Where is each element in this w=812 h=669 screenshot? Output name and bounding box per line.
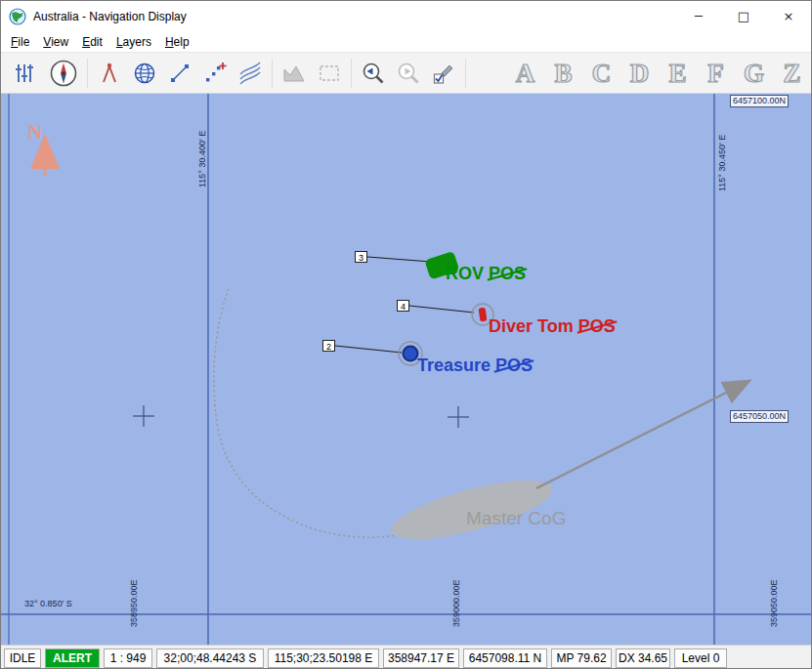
status-alert[interactable]: ALERT [45, 648, 100, 668]
treasure-label-suffix: POS [495, 355, 533, 376]
meridian-label-2: 115° 30.450' E [717, 135, 727, 191]
toolbar-separator [272, 59, 273, 88]
rov-label-name: ROV [446, 264, 484, 283]
status-easting: 358947.17 E [383, 648, 459, 668]
grid-cross [448, 406, 469, 428]
app-globe-icon [9, 8, 26, 25]
northing-label-1: 6457100.00N [730, 95, 789, 107]
northing-label-2: 6457050.00N [730, 410, 789, 423]
menu-layers[interactable]: Layers [109, 33, 158, 51]
menu-file[interactable]: File [4, 33, 36, 51]
grid-cross [133, 405, 154, 427]
measure-line-icon [167, 61, 192, 86]
toolbar-separator [351, 59, 352, 88]
north-arrow: N [27, 120, 45, 176]
view-button-z[interactable]: Z [776, 56, 808, 91]
menu-edit[interactable]: Edit [75, 33, 109, 51]
isolines-button[interactable] [233, 56, 268, 91]
dividers-icon [97, 61, 122, 86]
pencil-checkbox-icon [431, 61, 456, 86]
view-preset-buttons: A B C D E F G Z [509, 56, 812, 91]
add-waypoint-button[interactable] [197, 56, 233, 91]
selection-box-icon [317, 61, 342, 86]
track-history [214, 289, 405, 537]
diver-label-suffix: POS [578, 316, 616, 337]
view-button-g[interactable]: G [738, 56, 770, 91]
dividers-button[interactable] [92, 56, 127, 91]
display-settings-button[interactable] [5, 56, 44, 91]
selection-box-button[interactable] [312, 56, 347, 91]
parallel-lines-icon [237, 61, 263, 86]
globe-button[interactable] [127, 56, 162, 91]
easting-label-3: 359050.00E [769, 579, 779, 627]
parallel-label: 32° 0.850' S [24, 599, 72, 608]
window-controls: ─ □ × [676, 1, 811, 31]
status-level: Level 0 [674, 648, 727, 668]
view-button-a[interactable]: A [509, 56, 541, 91]
menu-help[interactable]: Help [158, 33, 196, 51]
add-points-icon [202, 61, 228, 86]
status-mp: MP 79.62 [551, 648, 612, 668]
rov-label: ROVPOS [446, 264, 526, 284]
edit-options-button[interactable] [426, 56, 461, 91]
maximize-button[interactable]: □ [721, 1, 766, 31]
leader-line [367, 257, 431, 262]
zoom-previous-button[interactable] [356, 56, 391, 91]
profile-chart-button[interactable] [277, 56, 312, 91]
status-longitude: 115;30;23.50198 E [268, 648, 379, 668]
toolbar-separator [465, 59, 466, 88]
menu-view[interactable]: View [36, 33, 75, 51]
view-button-c[interactable]: C [585, 56, 618, 91]
minimize-button[interactable]: ─ [676, 1, 721, 31]
easting-label-2: 359000.00E [451, 579, 461, 627]
leader-line [335, 346, 402, 353]
map-overlay: N [1, 94, 812, 645]
target-id-box[interactable]: 4 [397, 300, 409, 312]
zoom-next-button[interactable] [391, 56, 426, 91]
leader-line [409, 306, 474, 313]
vessel-cog-label: Master CoG [466, 508, 566, 529]
toolbar: A B C D E F G Z [1, 52, 811, 94]
app-window: Australia - Navigation Display ─ □ × Fil… [0, 0, 812, 669]
status-mode: IDLE [4, 648, 41, 668]
rov-label-suffix: POS [489, 264, 526, 284]
diver-label: Diver TomPOS [489, 316, 616, 337]
compass-button[interactable] [44, 56, 83, 91]
globe-icon [132, 61, 157, 86]
view-button-d[interactable]: D [623, 56, 656, 91]
compass-icon [49, 59, 78, 88]
toolbar-separator [87, 59, 88, 88]
treasure-label: TreasurePOS [417, 355, 533, 376]
status-bar: IDLE ALERT 1 : 949 32;00;48.44243 S 115;… [1, 645, 811, 669]
window-title: Australia - Navigation Display [33, 10, 187, 23]
zoom-next-icon [396, 61, 421, 86]
status-scale: 1 : 949 [104, 648, 152, 668]
treasure-label-name: Treasure [417, 355, 491, 375]
zoom-previous-icon [361, 61, 386, 86]
target-id-box[interactable]: 3 [355, 251, 367, 263]
target-id-box[interactable]: 2 [322, 340, 335, 352]
sliders-icon [12, 61, 37, 86]
north-label: N [27, 120, 42, 144]
view-button-e[interactable]: E [662, 56, 694, 91]
profile-chart-icon [281, 61, 307, 86]
status-northing: 6457098.11 N [463, 648, 547, 668]
status-latitude: 32;00;48.44243 S [156, 648, 264, 668]
status-dx: DX 34.65 [616, 648, 670, 668]
close-button[interactable]: × [766, 1, 811, 31]
view-button-b[interactable]: B [547, 56, 579, 91]
title-bar: Australia - Navigation Display ─ □ × [1, 1, 811, 31]
easting-label-1: 358950.00E [129, 579, 139, 627]
measure-line-button[interactable] [162, 56, 197, 91]
menu-bar: File View Edit Layers Help [1, 31, 811, 52]
view-button-f[interactable]: F [700, 56, 732, 91]
navigation-map[interactable]: N [1, 94, 812, 645]
meridian-label-1: 115° 30.400' E [197, 131, 207, 188]
diver-label-name: Diver Tom [489, 316, 574, 336]
